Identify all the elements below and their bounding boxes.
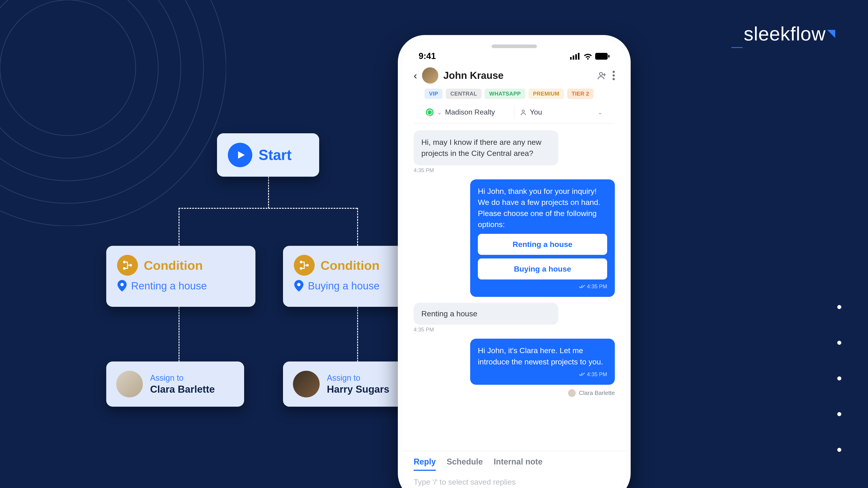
svg-point-7 (123, 267, 126, 270)
double-check-icon (579, 285, 585, 289)
cellular-icon (570, 53, 581, 60)
flow-condition-node-1[interactable]: Condition Renting a house (106, 246, 255, 307)
message-incoming: Hi, may I know if there are any new proj… (414, 130, 558, 165)
pin-icon (294, 280, 304, 292)
svg-rect-17 (578, 53, 579, 60)
branch-icon (294, 255, 315, 275)
avatar (568, 389, 576, 397)
assign-label: Assign to (150, 373, 215, 383)
condition-title: Condition (144, 258, 203, 273)
svg-rect-14 (570, 57, 572, 60)
battery-icon (595, 53, 610, 60)
svg-rect-15 (572, 55, 574, 59)
message-sender: Clara Barlette (568, 389, 615, 397)
decorative-dots (837, 305, 841, 452)
person-icon (520, 109, 527, 116)
message-timestamp: 4:35 PM (414, 167, 615, 173)
start-label: Start (258, 147, 291, 163)
tag-tier2[interactable]: TIER 2 (567, 89, 594, 99)
svg-marker-5 (827, 30, 835, 38)
svg-point-8 (129, 264, 132, 267)
message-timestamp: 4:35 PM (587, 283, 607, 291)
more-menu-icon[interactable] (613, 71, 615, 80)
status-time: 9:41 (418, 51, 436, 61)
assignee-name: Harry Sugars (327, 384, 389, 395)
tag-premium[interactable]: PREMIUM (528, 89, 564, 99)
svg-point-13 (297, 283, 301, 286)
contact-avatar[interactable] (422, 67, 438, 84)
tab-internal-note[interactable]: Internal note (494, 457, 542, 471)
flow-assign-node-1[interactable]: Assign to Clara Barlette (106, 361, 244, 407)
flow-start-node[interactable]: Start (217, 133, 319, 177)
tag-whatsapp[interactable]: WHATSAPP (485, 89, 525, 99)
tab-reply[interactable]: Reply (414, 457, 436, 471)
wifi-icon (583, 53, 593, 60)
condition-value: Renting a house (131, 280, 207, 292)
message-outgoing: Hi John, it's Clara here. Let me introdu… (470, 339, 615, 385)
add-user-icon[interactable] (597, 71, 606, 80)
svg-rect-19 (608, 55, 610, 58)
channel-name: Madison Realty (445, 108, 495, 116)
message-timestamp: 4:35 PM (414, 326, 615, 333)
assignee-name: Clara Barlette (150, 384, 215, 395)
option-button-buy[interactable]: Buying a house (478, 258, 607, 280)
double-check-icon (579, 372, 585, 377)
svg-point-0 (0, 0, 135, 135)
svg-point-12 (306, 264, 309, 267)
svg-point-21 (522, 110, 524, 112)
contact-name: John Krause (443, 70, 592, 81)
assignee-selector[interactable]: You ⌄ (515, 106, 604, 119)
tab-schedule[interactable]: Schedule (447, 457, 483, 471)
message-timestamp: 4:35 PM (587, 370, 607, 379)
svg-point-11 (300, 267, 303, 270)
contact-tags: VIP CENTRAL WHATSAPP PREMIUM TIER 2 (414, 84, 615, 99)
channel-selector[interactable]: ⌄ Madison Realty (425, 106, 515, 119)
brand-name: sleekflow (744, 23, 826, 45)
message-input[interactable]: Type '/' to select saved replies (414, 478, 615, 486)
message-outgoing: Hi John, thank you for your inquiry! We … (470, 180, 615, 297)
tag-central[interactable]: CENTRAL (446, 89, 482, 99)
status-bar: 9:41 (403, 40, 626, 63)
condition-value: Buying a house (308, 280, 379, 292)
condition-title: Condition (320, 258, 379, 273)
avatar (293, 371, 320, 397)
pin-icon (117, 280, 127, 292)
message-incoming: Renting a house (414, 303, 558, 325)
svg-point-6 (123, 261, 126, 263)
phone-notch (492, 44, 537, 48)
play-icon (228, 143, 252, 167)
tag-vip[interactable]: VIP (425, 89, 442, 99)
assign-label: Assign to (327, 373, 389, 383)
svg-rect-18 (595, 53, 608, 60)
option-button-rent[interactable]: Renting a house (478, 234, 607, 255)
branch-icon (117, 255, 138, 275)
whatsapp-icon (426, 108, 434, 116)
message-list[interactable]: Hi, may I know if there are any new proj… (403, 124, 626, 451)
assignee-value: You (530, 108, 542, 116)
phone-mockup: 9:41 ‹ John Krause VIP CENTRAL WHATSAP (398, 35, 631, 488)
brand-logo: _ sleekflow (732, 23, 835, 45)
automation-flow: Start Condition Renting a house Conditio… (106, 133, 434, 427)
svg-point-9 (121, 283, 124, 286)
composer: Reply Schedule Internal note Type '/' to… (403, 451, 626, 488)
back-button[interactable]: ‹ (414, 69, 417, 82)
chat-header: ‹ John Krause VIP CENTRAL WHATSAPP PREMI… (403, 63, 626, 124)
svg-rect-16 (575, 54, 577, 59)
svg-point-10 (300, 261, 303, 263)
avatar (116, 371, 143, 397)
svg-point-20 (599, 72, 602, 75)
